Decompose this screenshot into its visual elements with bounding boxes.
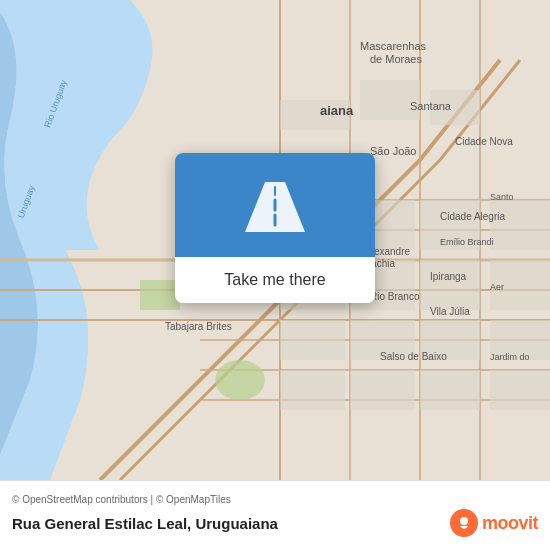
svg-rect-26 — [280, 320, 345, 360]
svg-rect-34 — [140, 280, 180, 310]
map-attribution: © OpenStreetMap contributors | © OpenMap… — [12, 494, 538, 505]
bottom-bar: © OpenStreetMap contributors | © OpenMap… — [0, 480, 550, 550]
svg-rect-31 — [350, 370, 415, 410]
svg-text:Ipiranga: Ipiranga — [430, 271, 467, 282]
location-row: Rua General Estilac Leal, Uruguaiana moo… — [12, 509, 538, 537]
svg-text:de Moraes: de Moraes — [370, 53, 422, 65]
take-me-there-button[interactable]: Take me there — [175, 257, 375, 303]
svg-rect-32 — [420, 370, 480, 410]
svg-text:Rio Branco: Rio Branco — [370, 291, 420, 302]
svg-point-35 — [215, 360, 265, 400]
moovit-text: moovit — [482, 513, 538, 534]
svg-text:Emílio Brandi: Emílio Brandi — [440, 237, 494, 247]
svg-text:Santo: Santo — [490, 192, 514, 202]
moovit-icon — [450, 509, 478, 537]
road-icon — [235, 177, 315, 237]
svg-text:Santana: Santana — [410, 100, 452, 112]
svg-text:Vila Júlia: Vila Júlia — [430, 306, 470, 317]
location-name: Rua General Estilac Leal, Uruguaiana — [12, 515, 278, 532]
svg-rect-21 — [490, 200, 550, 250]
svg-rect-33 — [490, 370, 550, 410]
svg-text:Salso de Baixo: Salso de Baixo — [380, 351, 447, 362]
svg-rect-30 — [280, 370, 345, 410]
svg-text:Aer: Aer — [490, 282, 504, 292]
svg-text:Jardim do: Jardim do — [490, 352, 530, 362]
svg-rect-24 — [420, 260, 480, 310]
svg-text:Cidade Alegria: Cidade Alegria — [440, 211, 505, 222]
svg-text:Mascarenhas: Mascarenhas — [360, 40, 427, 52]
svg-text:aiana: aiana — [320, 103, 354, 118]
svg-point-62 — [460, 517, 468, 525]
svg-text:Cidade Nova: Cidade Nova — [455, 136, 513, 147]
navigation-card: Take me there — [175, 153, 375, 303]
map-container: Mascarenhas de Moraes Santana São João C… — [0, 0, 550, 480]
moovit-logo: moovit — [450, 509, 538, 537]
svg-text:Tabajara Brites: Tabajara Brites — [165, 321, 232, 332]
svg-text:São João: São João — [370, 145, 416, 157]
card-icon-area — [175, 153, 375, 257]
